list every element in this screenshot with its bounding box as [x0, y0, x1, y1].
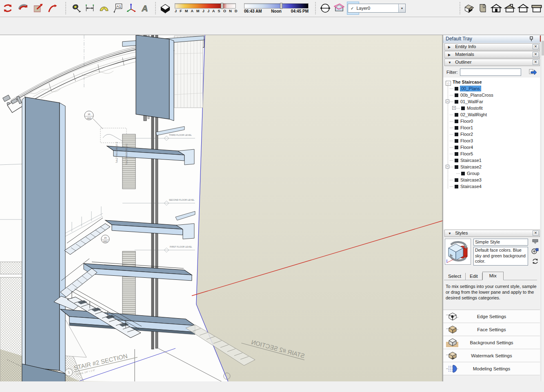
panel-header-materials[interactable]: ▶ Materials ✕ — [444, 51, 540, 58]
tree-item[interactable]: −01_WallFar — [445, 98, 540, 105]
back-view-button[interactable] — [517, 2, 529, 15]
create-style-icon[interactable] — [531, 248, 539, 256]
left-view-button[interactable] — [531, 2, 543, 15]
secondary-pane-icon[interactable] — [532, 239, 538, 246]
front-view-button[interactable] — [490, 2, 502, 15]
display-section-planes-button[interactable] — [333, 2, 345, 15]
tree-item[interactable]: Floor5 — [445, 151, 540, 157]
group-icon — [455, 152, 458, 156]
tree-item[interactable]: Floor0 — [445, 118, 540, 124]
layer-combo[interactable]: ✓ Layer0 ▼ — [348, 4, 406, 13]
pin-icon[interactable] — [529, 36, 533, 43]
filter-input[interactable] — [460, 69, 521, 76]
modeling-settings-icon — [443, 364, 461, 374]
modeling-settings-button[interactable]: Modeling Settings — [443, 362, 540, 375]
tree-item[interactable]: +Mostofit — [445, 105, 540, 111]
front-view-icon — [491, 2, 502, 14]
display-section-planes-icon — [333, 2, 345, 14]
tree-item[interactable]: 02_WallRight — [445, 111, 540, 118]
group-icon — [455, 120, 458, 123]
edge-settings-button[interactable]: Edge Settings — [443, 310, 540, 323]
iso-view-button[interactable] — [463, 2, 475, 15]
background-settings-icon — [443, 337, 461, 348]
tree-item-label: Staircase1 — [460, 158, 482, 163]
axes-tool-button[interactable] — [125, 2, 137, 15]
tree-root[interactable]: ⌂The Staircase — [445, 79, 540, 85]
text-tool-button[interactable]: A1 — [111, 2, 123, 15]
capture-region-button[interactable] — [32, 2, 44, 15]
protractor-button[interactable] — [98, 2, 110, 15]
expand-expander[interactable]: + — [452, 106, 456, 110]
tree-item[interactable]: 00b_PlansCross — [445, 92, 540, 98]
group-icon — [455, 139, 458, 143]
section-plane-button[interactable] — [319, 2, 331, 15]
time-slider-bar[interactable] — [244, 3, 309, 9]
tree-item-label: Staircase3 — [460, 177, 482, 182]
collapsed-arrow-icon: ▶ — [448, 45, 454, 49]
styles-close-button[interactable]: ✕ — [533, 230, 539, 236]
watermark-settings-button[interactable]: ok Watermark Settings — [443, 349, 540, 362]
model-viewport[interactable]: THIRD FLOOR LEVEL SECOND FLOOR LEVEL FIR… — [0, 35, 443, 381]
collapse-expander[interactable]: − — [446, 165, 449, 168]
tray-scrollbar-thumb[interactable] — [542, 41, 544, 55]
dimensions-button[interactable] — [84, 2, 96, 15]
shadow-month-slider[interactable]: J F M A M J J A S O N D — [175, 3, 236, 13]
tray-scrollbar[interactable] — [541, 35, 544, 381]
layer-dropdown-button[interactable]: ▼ — [398, 4, 405, 12]
tab-select[interactable]: Select — [444, 273, 466, 280]
default-tray: Default Tray ✕ ▶ Entity Info ✕ ▶ Materia… — [443, 35, 544, 381]
face-settings-button[interactable]: Face Settings — [443, 323, 540, 336]
style-name-field[interactable]: Simple Style — [473, 239, 528, 246]
3d-text-button[interactable]: A — [139, 2, 151, 15]
tree-item-label: 02_WallRight — [460, 112, 487, 117]
materials-close-button[interactable]: ✕ — [533, 52, 539, 57]
shadow-time-slider[interactable]: 06:43 AM Noon 04:45 PM — [244, 3, 309, 13]
tree-item[interactable]: Floor1 — [445, 124, 540, 131]
tree-item[interactable]: Group — [445, 170, 540, 177]
tree-item[interactable]: Floor2 — [445, 131, 540, 137]
status-bar — [0, 381, 544, 392]
tree-item[interactable]: 00_Plans — [445, 85, 540, 92]
tape-measure-button[interactable] — [70, 2, 82, 15]
tree-item[interactable]: −Staircase2 — [445, 164, 540, 170]
curved-arrow-icon — [47, 2, 58, 14]
tree-item[interactable]: Staircase1 — [445, 157, 540, 164]
expanded-arrow-icon: ▼ — [448, 232, 454, 235]
styles-tabs: Select Edit Mix — [444, 271, 537, 280]
tree-item[interactable]: Staircase4 — [445, 183, 540, 190]
panel-header-outliner[interactable]: ▼ Outliner ✕ — [444, 59, 540, 66]
update-style-icon[interactable] — [532, 258, 539, 266]
background-settings-button[interactable]: Background Settings — [443, 336, 540, 349]
toolbar-row-2: A1 A J F M A M J J A S O N D 06:43 AM No… — [0, 0, 544, 17]
month-slider-bar[interactable] — [175, 3, 236, 9]
tray-title-bar[interactable]: Default Tray ✕ — [443, 35, 544, 43]
tree-item[interactable]: Floor4 — [445, 144, 540, 151]
time-slider-thumb[interactable] — [280, 3, 282, 9]
outliner-tree[interactable]: ⌂The Staircase 00_Plans 00b_PlansCross −… — [443, 78, 540, 229]
panel-header-styles[interactable]: ▼ Styles ✕ — [444, 230, 540, 237]
tree-item[interactable]: Floor3 — [445, 137, 540, 144]
tab-edit[interactable]: Edit — [466, 273, 482, 280]
panel-header-entity-info[interactable]: ▶ Entity Info ✕ — [444, 43, 540, 51]
top-view-button[interactable] — [477, 2, 489, 15]
collapse-expander[interactable]: − — [446, 100, 449, 103]
sync-button[interactable] — [2, 2, 14, 15]
right-view-button[interactable] — [504, 2, 516, 15]
rollback-button[interactable] — [17, 2, 29, 15]
month-slider-thumb[interactable] — [221, 3, 223, 9]
group-icon — [455, 100, 458, 104]
outliner-close-button[interactable]: ✕ — [533, 60, 539, 65]
entity-info-close-button[interactable]: ✕ — [533, 44, 539, 49]
curved-arrow-button[interactable] — [47, 2, 59, 15]
show-shadows-button[interactable] — [159, 2, 171, 15]
style-thumbnail[interactable] — [445, 239, 471, 265]
tree-item-label: 01_WallFar — [460, 99, 483, 104]
style-settings-list: Edge Settings Face Settings Background S… — [443, 310, 540, 375]
tree-item[interactable]: Staircase3 — [445, 177, 540, 183]
style-description-field[interactable]: Default face colors. Blue sky and green … — [473, 247, 528, 266]
tree-item-label: Mostofit — [467, 106, 483, 111]
right-view-icon — [504, 2, 515, 14]
tab-mix[interactable]: Mix — [482, 272, 504, 280]
filter-arrow-icon[interactable] — [529, 69, 537, 75]
panel-label: Outliner — [455, 60, 471, 64]
